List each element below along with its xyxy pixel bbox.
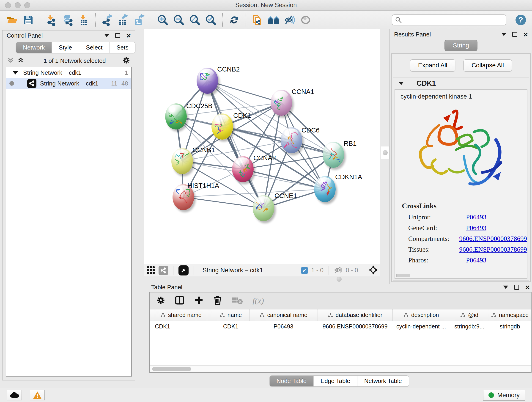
panel-menu-icon[interactable]	[503, 286, 508, 289]
birdseye-view-icon[interactable]	[178, 265, 189, 275]
export-image-button[interactable]	[133, 13, 146, 26]
panel-close-icon[interactable]: ×	[523, 32, 528, 37]
hide-selected-button[interactable]	[283, 13, 296, 26]
network-node-ccnb1[interactable]	[171, 148, 193, 174]
zoom-fit-button[interactable]	[188, 13, 201, 26]
node-table[interactable]: shared namenamecanonical namedatabase id…	[150, 309, 531, 365]
panel-float-icon[interactable]	[512, 32, 517, 37]
import-network-from-database-button[interactable]	[61, 13, 74, 26]
column-header-description[interactable]: description	[393, 309, 450, 321]
panel-close-icon[interactable]: ×	[126, 33, 131, 38]
column-header-database-identifier[interactable]: database identifier	[317, 309, 393, 321]
window-title: Session: New Session	[0, 2, 532, 9]
network-canvas[interactable]: CCNB2CCNA1CDC25BCDK1CDC6RB1CCNB1CCNA2CDK…	[144, 29, 380, 264]
column-header-canonical-name[interactable]: canonical name	[249, 309, 317, 321]
show-columns-icon[interactable]	[175, 295, 185, 306]
tab-style[interactable]: Style	[51, 42, 79, 53]
network-home-button[interactable]	[267, 13, 280, 26]
tab-edge-table[interactable]: Edge Table	[313, 376, 357, 386]
search-box[interactable]	[392, 14, 506, 26]
memory-button[interactable]: Memory	[483, 390, 525, 401]
panel-float-icon[interactable]	[514, 285, 519, 290]
maximize-window-button[interactable]	[24, 2, 30, 8]
collapse-all-button[interactable]: Collapse All	[463, 59, 512, 71]
table-cell: stringdb:9...	[450, 321, 489, 332]
scrollbar-thumb[interactable]	[152, 367, 191, 371]
warnings-button[interactable]	[30, 390, 45, 400]
panel-menu-icon[interactable]	[501, 33, 506, 36]
table-horizontal-scrollbar[interactable]	[150, 365, 531, 372]
network-node-ccne1[interactable]	[253, 195, 274, 221]
network-view[interactable]: CCNB2CCNA1CDC25BCDK1CDC6RB1CCNB1CCNA2CDK…	[144, 29, 380, 276]
delete-column-icon[interactable]	[213, 295, 222, 306]
open-session-button[interactable]	[6, 13, 19, 26]
tab-string[interactable]: String	[444, 40, 478, 51]
crosslink-link[interactable]: P06493	[466, 213, 486, 221]
network-node-ccna2[interactable]	[232, 156, 254, 182]
vertical-splitter-handle[interactable]	[381, 146, 389, 159]
gene-description: cyclin-dependent kinase 1	[395, 93, 527, 100]
network-node-cdkn1a[interactable]	[314, 176, 336, 202]
import-table-button[interactable]	[77, 13, 90, 26]
selected-items-checkbox[interactable]: ✓	[301, 267, 308, 274]
protein-thumbnail	[256, 200, 271, 217]
panel-float-icon[interactable]	[115, 33, 120, 38]
expand-all-button[interactable]: Expand All	[410, 59, 456, 71]
center-view-icon[interactable]	[368, 265, 378, 276]
export-table-button[interactable]	[117, 13, 130, 26]
network-row[interactable]: String Network – cdk1 11 48	[6, 78, 131, 89]
zoom-selected-button[interactable]	[204, 13, 217, 26]
copy-annotations-button[interactable]	[251, 13, 264, 26]
horizontal-splitter-handle[interactable]	[333, 276, 346, 282]
network-node-cdk1[interactable]	[211, 114, 233, 140]
refresh-button[interactable]	[228, 13, 241, 26]
crosslink-link[interactable]: 9606.ENSP00000378699	[459, 246, 527, 253]
grid-view-icon[interactable]	[146, 265, 155, 275]
column-header--id[interactable]: @id	[450, 309, 489, 321]
search-input[interactable]	[404, 16, 503, 23]
import-network-button[interactable]	[45, 13, 58, 26]
column-header-name[interactable]: name	[212, 309, 249, 321]
help-button[interactable]: ?	[515, 15, 526, 25]
tab-node-table[interactable]: Node Table	[270, 376, 313, 386]
expand-all-icon[interactable]	[17, 57, 24, 65]
network-node-ccnb2[interactable]	[196, 68, 218, 94]
gene-section: CDK1 cyclin-dependent kinase 1	[393, 77, 529, 281]
network-view-share-icon[interactable]	[158, 266, 168, 275]
add-column-icon[interactable]	[194, 295, 204, 306]
zoom-out-button[interactable]	[172, 13, 185, 26]
minimize-window-button[interactable]	[15, 2, 21, 8]
section-collapse-caret-icon[interactable]	[399, 82, 404, 85]
zoom-in-button[interactable]	[156, 13, 169, 26]
table-options-gear-icon[interactable]	[156, 296, 165, 306]
tree-expand-caret-icon[interactable]	[13, 71, 18, 75]
save-session-button[interactable]	[22, 13, 35, 26]
tab-network[interactable]: Network	[16, 42, 51, 53]
table-row[interactable]: CDK1CDK1P064939606.ENSP00000378699cyclin…	[150, 321, 531, 332]
results-scrollbar-thumb[interactable]	[396, 274, 410, 277]
cloud-status-button[interactable]	[7, 390, 22, 400]
crosslink-link[interactable]: P06493	[466, 256, 486, 264]
crosslink-link[interactable]: 9606.ENSP00000378699	[459, 235, 527, 242]
network-node-cdc25b[interactable]	[165, 103, 187, 129]
tab-network-table[interactable]: Network Table	[357, 376, 409, 386]
close-window-button[interactable]	[5, 2, 11, 8]
database-import-icon	[62, 14, 73, 26]
column-header-shared-name[interactable]: shared name	[150, 309, 212, 321]
tab-sets[interactable]: Sets	[109, 42, 135, 53]
refresh-icon	[229, 14, 240, 26]
crosslink-link[interactable]: P06493	[466, 224, 486, 232]
zoom-selected-icon	[205, 14, 216, 26]
tab-select[interactable]: Select	[79, 42, 109, 53]
network-options-gear-icon[interactable]	[122, 56, 130, 65]
panel-close-icon[interactable]: ×	[525, 285, 530, 290]
network-collection-row[interactable]: String Network – cdk1 1	[6, 67, 131, 78]
collapse-all-icon[interactable]	[7, 57, 14, 65]
panel-menu-icon[interactable]	[104, 34, 109, 37]
show-all-button[interactable]	[299, 13, 312, 26]
column-header-namespace[interactable]: namespace	[489, 309, 531, 321]
network-node-cdc6[interactable]	[281, 127, 302, 153]
network-node-ccna1[interactable]	[271, 89, 292, 116]
export-network-button[interactable]	[101, 13, 114, 26]
network-node-rb1[interactable]	[323, 142, 344, 168]
